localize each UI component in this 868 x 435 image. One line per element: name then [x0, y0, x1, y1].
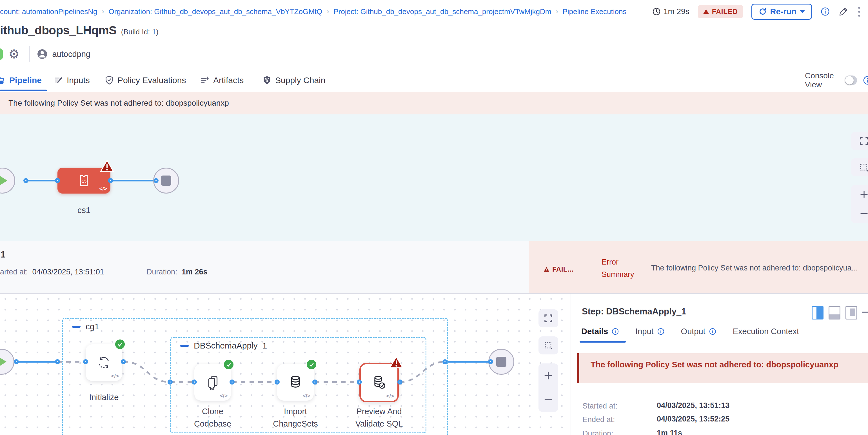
connector-port[interactable]	[55, 178, 60, 183]
stop-icon	[496, 357, 506, 367]
error-summary-label: Error Summary	[601, 256, 644, 281]
step-label-preview-validate-sql[interactable]: Preview And Validate SQL	[351, 405, 407, 430]
connector-port[interactable]	[357, 379, 362, 384]
title-row: ithub_dbops_LHqmS (Build Id: 1)	[0, 24, 159, 42]
success-badge-icon	[306, 359, 317, 370]
layout-floating-icon[interactable]	[845, 306, 857, 319]
stage-graph-canvas[interactable]: </> </> cs1	[0, 114, 868, 241]
breadcrumb-project[interactable]: Project: Github_db_devops_aut_db_schema_…	[334, 7, 551, 16]
shield-network-icon	[262, 75, 272, 85]
policy-banner-message: The following Policy Set was not adhered…	[8, 99, 229, 107]
collapse-group-icon[interactable]	[180, 345, 189, 347]
connector-port[interactable]	[312, 379, 317, 384]
connector-port[interactable]	[442, 359, 447, 364]
tab-artifacts[interactable]: Artifacts	[200, 70, 244, 91]
breadcrumb-organization[interactable]: Organization: Github_db_devops_aut_db_sc…	[108, 7, 322, 16]
connector-port[interactable]	[121, 359, 126, 364]
policy-warning-banner: The following Policy Set was not adhered…	[0, 92, 868, 114]
step-node-import-changesets[interactable]: </>	[277, 364, 314, 401]
tab-supply-chain[interactable]: Supply Chain	[262, 70, 325, 91]
marquee-select-button[interactable]	[538, 336, 558, 354]
breadcrumb-pipeline-executions[interactable]: Pipeline Executions	[562, 7, 626, 16]
rerun-button[interactable]: Re-run	[751, 4, 812, 20]
stage-summary-bar: 1 arted at: 04/03/2025, 13:51:01 Duratio…	[0, 241, 868, 293]
fullscreen-button[interactable]	[538, 309, 558, 328]
zoom-out-icon[interactable]	[544, 395, 553, 405]
console-view-toggle[interactable]	[845, 75, 857, 85]
success-badge-icon	[114, 339, 126, 350]
connector-port[interactable]	[14, 359, 19, 364]
tab-pipeline[interactable]: Pipeline	[0, 70, 42, 91]
execution-duration: 1m 29s	[652, 7, 689, 16]
step-error-message: The following Policy Set was not adhered…	[591, 360, 838, 369]
group-cg1-label[interactable]: cg1	[86, 322, 99, 331]
zoom-in-icon[interactable]	[860, 190, 868, 199]
execution-graph-canvas[interactable]: cg1 DBSchemaApply_1 </> Initialize </> C…	[0, 293, 570, 435]
layout-bottom-icon[interactable]	[829, 306, 840, 319]
panel-tab-output[interactable]: Output	[681, 327, 716, 336]
step-label-initialize[interactable]: Initialize	[76, 391, 132, 403]
step-node-clone-codebase[interactable]: </>	[194, 364, 231, 401]
zoom-out-icon[interactable]	[860, 209, 868, 218]
gear-icon[interactable]: ⚙	[8, 48, 20, 60]
panel-tab-details[interactable]: Details	[581, 327, 619, 336]
connector-port[interactable]	[488, 359, 493, 364]
panel-tab-execution-context-label: Execution Context	[733, 327, 799, 336]
database-check-icon	[371, 374, 388, 391]
panel-tab-execution-context[interactable]: Execution Context	[733, 327, 799, 336]
info-icon[interactable]	[863, 75, 868, 85]
marquee-icon	[544, 341, 553, 350]
info-icon[interactable]	[820, 7, 830, 16]
warning-triangle-icon	[544, 267, 550, 272]
tab-bar: Pipeline Inputs Policy Evaluations Artif…	[0, 70, 868, 91]
step-node-initialize[interactable]: </>	[86, 344, 122, 381]
group-dbschemaapply-label[interactable]: DBSchemaApply_1	[194, 341, 267, 350]
tab-pipeline-label: Pipeline	[9, 75, 42, 85]
zoom-in-icon[interactable]	[544, 371, 553, 380]
build-id: (Build Id: 1)	[121, 28, 159, 36]
edit-pencil-icon[interactable]	[838, 6, 848, 17]
chevron-down-icon	[800, 10, 805, 13]
connector-port[interactable]	[167, 379, 173, 384]
tab-policy-evaluations[interactable]: Policy Evaluations	[105, 70, 186, 91]
connector-port[interactable]	[23, 178, 28, 183]
connector-port[interactable]	[192, 379, 197, 384]
collapse-group-icon[interactable]	[72, 326, 81, 328]
failure-badge-icon	[389, 356, 403, 369]
step-node-preview-validate-sql[interactable]: </>	[360, 363, 399, 402]
layout-right-icon[interactable]	[812, 306, 824, 319]
rerun-label: Re-run	[770, 7, 797, 16]
connector-port[interactable]	[108, 178, 113, 183]
breadcrumb-separator: ›	[322, 8, 334, 15]
header-bar: count: automationPipelinesNg › Organizat…	[0, 0, 868, 23]
duration-value: 1m 26s	[182, 268, 208, 276]
info-icon[interactable]	[709, 328, 716, 335]
stage-node-cs1[interactable]: </> </>	[58, 168, 111, 193]
minimize-panel-icon[interactable]	[862, 312, 868, 313]
info-icon[interactable]	[657, 328, 665, 335]
tag-badge-partial	[0, 49, 3, 60]
more-options-icon[interactable]	[857, 6, 861, 18]
panel-tab-output-label: Output	[681, 327, 706, 336]
panel-tab-input[interactable]: Input	[636, 327, 665, 336]
trigger-user[interactable]: autocdpng	[52, 50, 90, 59]
marquee-select-button[interactable]	[851, 158, 868, 176]
step-panel-title: Step: DBSchemaApply_1	[582, 307, 686, 317]
connector-port[interactable]	[154, 178, 159, 183]
connector-port[interactable]	[275, 379, 280, 384]
duration-label: Duration:	[582, 429, 613, 435]
connector-port[interactable]	[229, 379, 235, 384]
step-label-clone-codebase[interactable]: Clone Codebase	[184, 405, 241, 430]
stage-label[interactable]: cs1	[58, 204, 111, 216]
connector-port[interactable]	[397, 379, 402, 384]
tab-inputs[interactable]: Inputs	[54, 70, 90, 91]
connector-port[interactable]	[83, 359, 88, 364]
step-label-import-changesets[interactable]: Import ChangeSets	[267, 405, 323, 430]
sync-icon	[96, 354, 112, 371]
fullscreen-button[interactable]	[851, 132, 868, 150]
marquee-icon	[859, 162, 868, 172]
info-icon[interactable]	[612, 328, 619, 335]
status-badge: FAILED	[698, 5, 743, 18]
breadcrumb-account[interactable]: count: automationPipelinesNg	[0, 7, 97, 16]
connector-port[interactable]	[55, 359, 60, 364]
